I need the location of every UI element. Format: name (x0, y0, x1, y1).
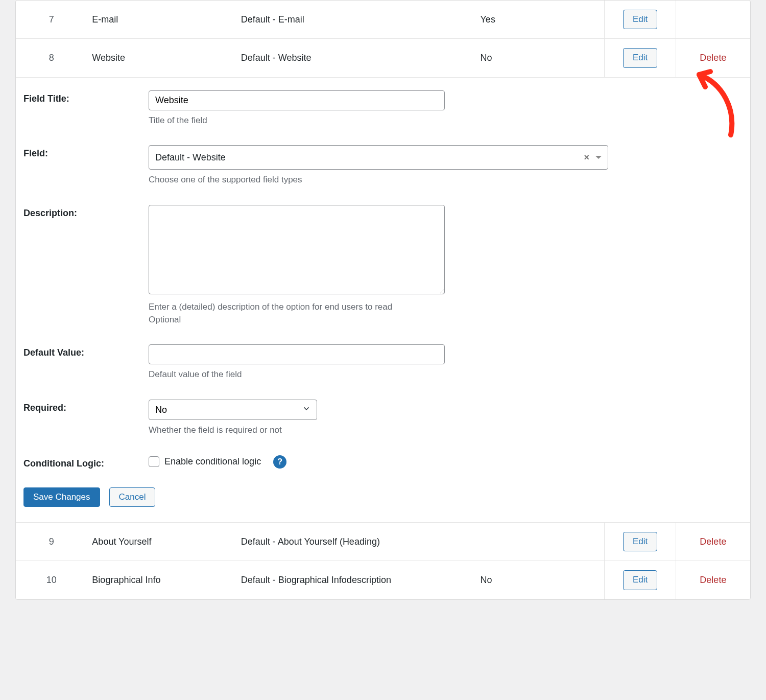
save-changes-button[interactable]: Save Changes (23, 487, 100, 507)
field-title-input[interactable] (149, 90, 445, 110)
chevron-down-icon (595, 156, 602, 159)
field-title-hint: Title of the field (149, 114, 445, 127)
cancel-button[interactable]: Cancel (109, 487, 156, 507)
field-editor: Field Title: Title of the field Field: D… (16, 77, 750, 522)
edit-button[interactable]: Edit (623, 532, 657, 551)
description-textarea[interactable] (149, 205, 445, 294)
fields-table-bottom: 9 About Yourself Default - About Yoursel… (16, 522, 750, 599)
help-icon[interactable]: ? (273, 455, 286, 469)
field-title-label: Field Title: (23, 90, 149, 104)
required-label: Required: (23, 400, 149, 413)
fields-table-top: 7 E-mail Default - E-mail Yes Edit 8 Web… (16, 1, 750, 77)
edit-button[interactable]: Edit (623, 570, 657, 590)
table-row[interactable]: 10 Biographical Info Default - Biographi… (16, 561, 750, 599)
row-required: No (475, 39, 605, 77)
clear-icon[interactable]: × (581, 152, 592, 163)
field-type-label: Field: (23, 145, 149, 159)
row-name: E-mail (87, 1, 235, 39)
default-value-input[interactable] (149, 344, 445, 364)
conditional-logic-label: Conditional Logic: (23, 455, 149, 469)
edit-button[interactable]: Edit (623, 10, 657, 29)
row-index: 8 (16, 39, 87, 77)
default-value-label: Default Value: (23, 344, 149, 358)
field-type-hint: Choose one of the supported field types (149, 174, 608, 186)
delete-link[interactable]: Delete (700, 536, 726, 547)
field-type-value: Default - Website (155, 152, 581, 163)
enable-conditional-label: Enable conditional logic (164, 456, 261, 467)
required-hint: Whether the field is required or not (149, 424, 445, 437)
row-type: Default - E-mail (236, 1, 475, 39)
default-value-hint: Default value of the field (149, 368, 445, 381)
description-label: Description: (23, 205, 149, 219)
row-type: Default - About Yourself (Heading) (236, 523, 475, 561)
table-row[interactable]: 7 E-mail Default - E-mail Yes Edit (16, 1, 750, 39)
delete-link[interactable]: Delete (700, 53, 726, 63)
row-name: About Yourself (87, 523, 235, 561)
description-hint: Enter a (detailed) description of the op… (149, 301, 445, 326)
row-name: Website (87, 39, 235, 77)
row-type: Default - Biographical Infodescription (236, 561, 475, 599)
row-name: Biographical Info (87, 561, 235, 599)
table-row[interactable]: 8 Website Default - Website No Edit Dele… (16, 39, 750, 77)
table-row[interactable]: 9 About Yourself Default - About Yoursel… (16, 523, 750, 561)
row-index: 9 (16, 523, 87, 561)
row-required: Yes (475, 1, 605, 39)
row-index: 7 (16, 1, 87, 39)
edit-button[interactable]: Edit (623, 48, 657, 67)
row-index: 10 (16, 561, 87, 599)
row-required: No (475, 561, 605, 599)
enable-conditional-checkbox[interactable] (149, 456, 159, 467)
row-required (475, 523, 605, 561)
required-select[interactable]: No (149, 400, 317, 420)
delete-link[interactable]: Delete (700, 575, 726, 585)
row-type: Default - Website (236, 39, 475, 77)
field-type-select[interactable]: Default - Website × (149, 145, 608, 170)
